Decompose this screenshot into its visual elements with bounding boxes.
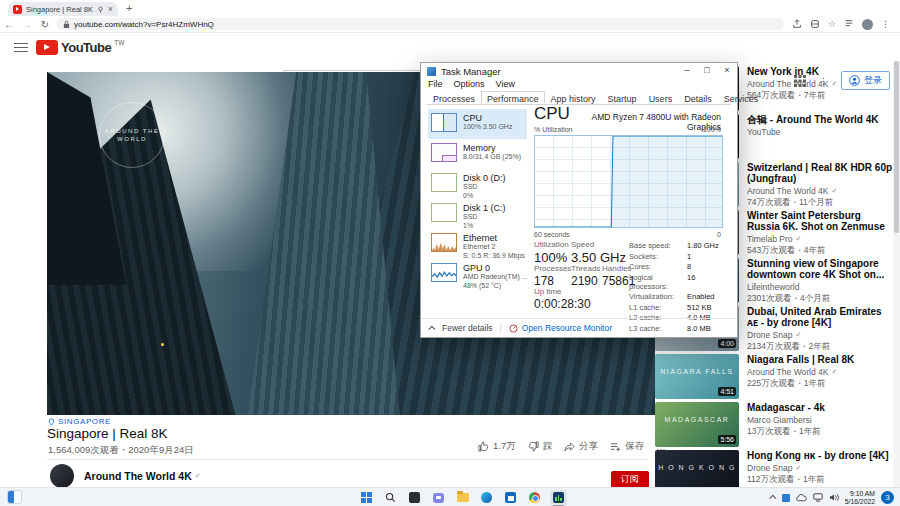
suggested-video-title[interactable]: 合辑 - Around The World 4K <box>747 114 893 125</box>
stat-label: Threads <box>571 264 600 273</box>
suggested-video-channel[interactable]: Around The World 4K ✓ <box>747 79 893 89</box>
task-view-button[interactable] <box>406 490 423 506</box>
channel-avatar[interactable] <box>50 464 74 488</box>
video-thumbnail[interactable]: MADAGASCAR 5:56 <box>655 402 739 447</box>
suggested-video-channel[interactable]: Timelab Pro ✓ <box>747 234 893 244</box>
task-manager-tab[interactable]: Processes <box>427 91 481 104</box>
youtube-logo[interactable]: YouTube TW <box>36 40 124 55</box>
suggested-video-title[interactable]: Switzerland | Real 8K HDR 60p (Jungfrau) <box>747 162 893 184</box>
suggested-video-title[interactable]: Stunning view of Singapore downtown core… <box>747 258 893 280</box>
task-manager-tab[interactable]: App history <box>545 91 602 104</box>
scrollbar-thumb[interactable] <box>894 61 899 233</box>
tray-app-icon[interactable] <box>782 494 790 502</box>
perf-sidebar-item[interactable]: Disk 0 (D:) SSD0% <box>428 169 527 199</box>
perf-sidebar-item[interactable]: Memory 8.0/31.4 GB (25%) <box>428 139 527 169</box>
task-manager-tab[interactable]: Startup <box>602 91 643 104</box>
menu-item[interactable]: File <box>428 79 443 89</box>
volume-icon[interactable] <box>829 493 839 502</box>
task-manager-menubar: FileOptionsView <box>428 79 515 89</box>
suggested-video-channel[interactable]: YouTube <box>747 127 893 137</box>
suggested-video-channel[interactable]: Around The World 4K ✓ <box>747 186 893 196</box>
onedrive-cloud-icon[interactable] <box>796 494 807 502</box>
suggested-video-channel[interactable]: Drone Snap ✓ <box>747 463 893 473</box>
store-button[interactable] <box>502 490 519 506</box>
suggested-video[interactable]: MADAGASCAR 5:56 Madagascar - 4k Marco Gi… <box>655 402 893 450</box>
task-manager-tab[interactable]: Details <box>678 91 718 104</box>
chat-button[interactable] <box>430 490 447 506</box>
save-button[interactable]: 保存 <box>610 440 644 453</box>
task-manager-tab[interactable]: Performance <box>481 91 545 104</box>
menu-hamburger-icon[interactable] <box>14 43 28 52</box>
taskbar-search-button[interactable] <box>382 490 399 506</box>
open-resource-monitor-link[interactable]: Open Resource Monitor <box>509 323 612 333</box>
close-icon[interactable]: × <box>717 63 737 78</box>
browser-tab-strip: Singapore | Real 8K - YouTu × + <box>0 0 900 16</box>
dislike-button[interactable]: 踩 <box>528 440 553 453</box>
suggested-video-channel[interactable]: Around The World 4K ✓ <box>747 367 893 377</box>
suggested-video-title[interactable]: Madagascar - 4k <box>747 402 893 413</box>
extensions-icon[interactable] <box>810 19 820 29</box>
reload-icon[interactable]: ↻ <box>36 19 54 30</box>
perf-sidebar-item[interactable]: Disk 1 (C:) SSD1% <box>428 199 527 229</box>
chrome-button[interactable] <box>526 490 543 506</box>
start-button[interactable] <box>358 490 375 506</box>
menu-item[interactable]: Options <box>454 79 485 89</box>
stat-value: 3.50 GHz <box>571 250 626 265</box>
task-manager-tab[interactable]: Services <box>718 91 765 104</box>
bookmark-star-icon[interactable]: ☆ <box>828 19 836 29</box>
perf-sidebar-item[interactable]: GPU 0 AMD Radeon(TM) ...48% (52 °C) <box>428 259 527 289</box>
perf-sidebar-item[interactable]: Ethernet Ethernet 2S: 0.5 R: 36.9 Mbps <box>428 229 527 259</box>
sidebar-item-name: CPU <box>463 113 512 123</box>
browser-profile-icon[interactable] <box>862 19 873 30</box>
suggested-video-title[interactable]: Hong Kong ʜᴋ - by drone [4K] <box>747 450 893 461</box>
sidebar-item-subtext: Ethernet 2 <box>463 243 525 252</box>
back-icon[interactable]: ← <box>0 19 18 30</box>
forward-icon[interactable]: → <box>18 19 36 30</box>
notification-badge[interactable]: 3 <box>881 491 894 504</box>
suggested-video-title[interactable]: Dubai, United Arab Emirates ᴀᴇ - by dron… <box>747 306 893 328</box>
menu-item[interactable]: View <box>496 79 515 89</box>
subscribe-button[interactable]: 订阅 <box>611 471 649 488</box>
task-manager-taskbar-button[interactable] <box>550 490 567 506</box>
video-thumbnail[interactable]: NIAGARA FALLS 4:51 <box>655 354 739 399</box>
share-button[interactable]: 分享 <box>564 440 598 453</box>
fewer-details-button[interactable]: Fewer details <box>442 323 493 333</box>
new-tab-button[interactable]: + <box>126 2 132 14</box>
page-scrollbar[interactable] <box>893 61 900 487</box>
mini-graph-icon <box>431 173 457 192</box>
youtube-favicon-icon <box>13 5 22 14</box>
suggested-video-channel[interactable]: Marco Giambersi <box>747 415 893 425</box>
taskbar-clock[interactable]: 9:10 AM 5/16/2022 <box>845 490 875 506</box>
address-bar[interactable]: youtube.com/watch?v=Psr4HZmWHnQ <box>56 18 784 30</box>
widgets-icon[interactable] <box>7 490 22 504</box>
suggested-video-title[interactable]: Winter Saint Petersburg Russia 6K. Shot … <box>747 210 893 232</box>
file-explorer-button[interactable] <box>454 490 471 506</box>
search-icon <box>385 492 396 503</box>
video-location-tag[interactable]: SINGAPORE <box>48 417 111 426</box>
browser-tab[interactable]: Singapore | Real 8K - YouTu × <box>8 2 118 16</box>
browser-menu-icon[interactable]: ⋮ <box>881 19 890 29</box>
detail-label: Virtualization: <box>629 292 687 301</box>
task-manager-tab[interactable]: Users <box>643 91 679 104</box>
network-display-icon[interactable] <box>813 493 823 502</box>
cpu-chip-name: AMD Ryzen 7 4800U with Radeon Graphics <box>576 112 721 132</box>
channel-name[interactable]: Around The World 4K ✓ <box>84 470 201 482</box>
suggested-video-title[interactable]: Niagara Falls | Real 8K <box>747 354 893 365</box>
tab-close-icon[interactable]: × <box>108 5 113 14</box>
thumbnail-caption: H O N G K O N G <box>655 464 739 471</box>
suggested-video[interactable]: NIAGARA FALLS 4:51 Niagara Falls | Real … <box>655 354 893 402</box>
tray-chevron-up-icon[interactable] <box>769 495 776 502</box>
share-icon[interactable] <box>792 19 802 29</box>
task-manager-footer: Fewer details | Open Resource Monitor <box>421 318 737 337</box>
channel-name-text: YouTube <box>747 127 780 137</box>
like-button[interactable]: 1.7万 <box>478 440 516 453</box>
reading-list-icon[interactable] <box>844 19 854 29</box>
perf-sidebar-item[interactable]: CPU 100% 3.50 GHz <box>428 109 527 139</box>
suggested-video-channel[interactable]: Drone Snap ✓ <box>747 330 893 340</box>
suggested-video-title[interactable]: New York in 4K <box>747 66 893 77</box>
minimize-icon[interactable]: – <box>677 63 697 78</box>
maximize-icon[interactable]: □ <box>697 63 717 78</box>
task-manager-window[interactable]: Task Manager – □ × FileOptionsView Proce… <box>420 62 738 338</box>
edge-button[interactable] <box>478 490 495 506</box>
suggested-video-channel[interactable]: Lifeintheworld <box>747 282 893 292</box>
